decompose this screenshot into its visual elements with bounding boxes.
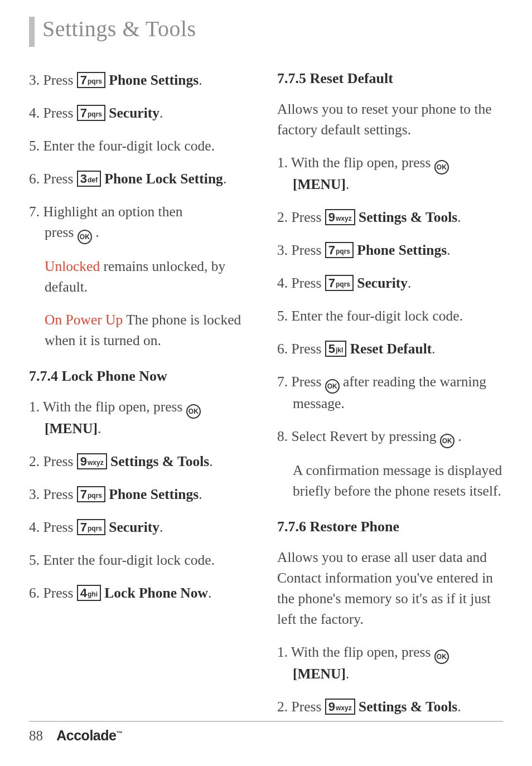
- lpn-step-5: 5. Enter the four-digit lock code.: [29, 550, 255, 571]
- restore-phone-desc: Allows you to erase all user data and Co…: [277, 547, 503, 630]
- lpn-step-1: 1. With the flip open, press OK [MENU].: [29, 397, 255, 439]
- brand-logo: Accolade: [56, 728, 122, 743]
- key-9-icon: 9wxyz: [325, 699, 355, 715]
- rd-step-6: 6. Press 5jkl Reset Default.: [277, 339, 503, 360]
- heading-776-restore-phone: 7.7.6 Restore Phone: [277, 518, 503, 535]
- rd-step-7: 7. Press OK after reading the warning me…: [277, 372, 503, 414]
- key-4-icon: 4ghi: [77, 585, 101, 601]
- reset-default-desc: Allows you to reset your phone to the fa…: [277, 99, 503, 140]
- step-7-highlight-option: 7. Highlight an option then press OK .: [29, 202, 255, 244]
- ok-icon: OK: [186, 404, 201, 419]
- key-7-icon: 7pqrs: [77, 105, 105, 121]
- page-number: 88: [29, 728, 43, 743]
- page-title: Settings & Tools: [42, 16, 196, 42]
- lpn-step-4: 4. Press 7pqrs Security.: [29, 517, 255, 538]
- key-7-icon: 7pqrs: [325, 242, 354, 258]
- step-6-phone-lock-setting: 6. Press 3def Phone Lock Setting.: [29, 169, 255, 190]
- key-7-icon: 7pqrs: [77, 486, 105, 502]
- option-unlocked: Unlocked remains unlocked, by default.: [45, 256, 255, 298]
- rd-step-8: 8. Select Revert by pressing OK .: [277, 426, 503, 448]
- ok-icon: OK: [434, 160, 449, 174]
- lpn-step-6: 6. Press 4ghi Lock Phone Now.: [29, 583, 255, 604]
- key-3-icon: 3def: [77, 171, 101, 187]
- rd-step-5: 5. Enter the four-digit lock code.: [277, 306, 503, 327]
- rd-step-3: 3. Press 7pqrs Phone Settings.: [277, 240, 503, 261]
- heading-774-lock-phone-now: 7.7.4 Lock Phone Now: [29, 368, 255, 385]
- left-column: 3. Press 7pqrs Phone Settings. 4. Press …: [29, 70, 255, 729]
- rd-step-4: 4. Press 7pqrs Security.: [277, 273, 503, 294]
- reset-default-note: A confirmation message is displayed brie…: [293, 460, 503, 502]
- lpn-step-2: 2. Press 9wxyz Settings & Tools.: [29, 452, 255, 472]
- option-on-power-up: On Power Up The phone is locked when it …: [45, 310, 255, 351]
- key-9-icon: 9wxyz: [77, 453, 107, 469]
- ok-icon: OK: [325, 379, 340, 394]
- ok-icon: OK: [78, 230, 92, 244]
- key-9-icon: 9wxyz: [325, 209, 355, 225]
- page-header: Settings & Tools: [29, 16, 503, 47]
- rd-step-2: 2. Press 9wxyz Settings & Tools.: [277, 207, 503, 228]
- rp-step-2: 2. Press 9wxyz Settings & Tools.: [277, 697, 503, 717]
- right-column: 7.7.5 Reset Default Allows you to reset …: [277, 70, 503, 729]
- page-footer: 88 Accolade: [29, 721, 503, 744]
- ok-icon: OK: [440, 434, 454, 448]
- key-7-icon: 7pqrs: [77, 519, 105, 535]
- heading-775-reset-default: 7.7.5 Reset Default: [277, 70, 503, 87]
- lpn-step-3: 3. Press 7pqrs Phone Settings.: [29, 484, 255, 505]
- rp-step-1: 1. With the flip open, press OK [MENU].: [277, 642, 503, 685]
- key-7-icon: 7pqrs: [325, 275, 354, 291]
- rd-step-1: 1. With the flip open, press OK [MENU].: [277, 153, 503, 195]
- title-accent-bar: [29, 17, 35, 47]
- step-3-phone-settings: 3. Press 7pqrs Phone Settings.: [29, 70, 255, 91]
- ok-icon: OK: [434, 649, 449, 664]
- step-4-security: 4. Press 7pqrs Security.: [29, 103, 255, 124]
- key-5-icon: 5jkl: [325, 341, 347, 357]
- step-5-enter-code: 5. Enter the four-digit lock code.: [29, 136, 255, 157]
- key-7-icon: 7pqrs: [77, 72, 105, 88]
